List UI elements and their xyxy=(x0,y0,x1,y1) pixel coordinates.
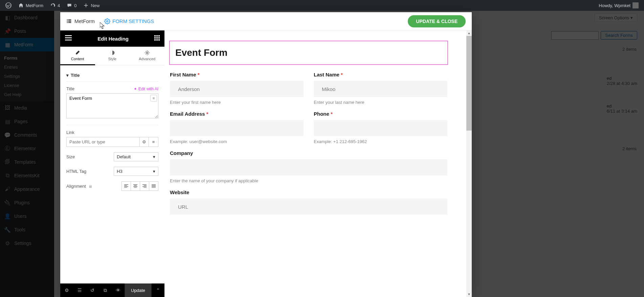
first-name-help: Enter your first name here xyxy=(170,100,304,105)
svg-rect-36 xyxy=(152,186,156,187)
title-field-label: Title xyxy=(66,86,74,91)
widgets-icon[interactable] xyxy=(154,35,160,42)
chevron-down-icon: ▾ xyxy=(153,154,155,159)
email-field: Email Address * Example: user@website.co… xyxy=(170,111,304,144)
tab-content[interactable]: Content xyxy=(60,47,95,65)
svg-rect-23 xyxy=(124,185,127,186)
svg-rect-2 xyxy=(68,19,71,20)
update-button[interactable]: Update xyxy=(125,283,152,297)
update-close-button[interactable]: UPDATE & CLOSE xyxy=(408,15,466,27)
company-input[interactable] xyxy=(170,159,447,176)
section-title[interactable]: ▾ Title xyxy=(66,69,158,82)
avatar xyxy=(632,2,639,8)
howdy-link[interactable]: Howdy, Wpmket xyxy=(596,0,641,11)
svg-rect-30 xyxy=(142,184,147,185)
navigator-icon[interactable]: ☰ xyxy=(73,283,86,297)
htmltag-select[interactable]: H3▾ xyxy=(114,167,158,176)
alignment-field-label: Alignment 🖥 xyxy=(66,184,92,189)
dynamic-icon[interactable]: ≡ xyxy=(149,137,158,147)
editor-panel: Edit Heading Content Style Advanced ▾ Ti… xyxy=(60,30,164,297)
link-field-label: Link xyxy=(66,130,158,135)
site-name-link[interactable]: MetForm xyxy=(16,0,46,11)
howdy-text: Howdy, Wpmket xyxy=(599,3,630,8)
desktop-icon[interactable]: 🖥 xyxy=(88,184,92,188)
svg-rect-15 xyxy=(156,37,158,39)
contrast-icon xyxy=(110,50,115,55)
updates-link[interactable]: 4 xyxy=(47,0,63,11)
scrollbar-track[interactable]: ▲ ▼ xyxy=(466,30,472,297)
website-input[interactable] xyxy=(170,199,447,215)
edit-with-ai-link[interactable]: ✦ Edit with AI xyxy=(134,87,158,91)
panel-content: ▾ Title Title ✦ Edit with AI ≡ Link xyxy=(60,65,164,283)
htmltag-field-label: HTML Tag xyxy=(66,169,86,174)
svg-rect-11 xyxy=(154,35,156,37)
align-right-icon xyxy=(142,184,147,188)
svg-rect-29 xyxy=(134,187,137,188)
svg-point-7 xyxy=(107,20,108,22)
svg-rect-19 xyxy=(158,39,160,41)
svg-rect-17 xyxy=(154,39,156,41)
comments-link[interactable]: 0 xyxy=(64,0,79,11)
svg-rect-18 xyxy=(156,39,158,41)
website-label: Website xyxy=(170,189,447,195)
form-settings-link[interactable]: FORM SETTINGS xyxy=(104,18,154,24)
alignment-group xyxy=(121,181,158,191)
phone-input[interactable] xyxy=(314,120,447,136)
responsive-icon[interactable]: ⧉ xyxy=(99,283,112,297)
tab-style[interactable]: Style xyxy=(95,47,130,65)
svg-rect-8 xyxy=(65,35,72,36)
title-textarea[interactable] xyxy=(66,93,158,118)
form-settings-text: FORM SETTINGS xyxy=(112,18,154,24)
scroll-down-arrow[interactable]: ▼ xyxy=(466,292,472,297)
size-field-label: Size xyxy=(66,154,75,159)
gear-icon xyxy=(145,50,150,55)
align-center-button[interactable] xyxy=(131,181,140,191)
gear-icon xyxy=(104,18,110,24)
svg-rect-16 xyxy=(158,37,160,39)
align-right-button[interactable] xyxy=(140,181,149,191)
align-justify-button[interactable] xyxy=(149,181,158,191)
preview-icon[interactable]: 👁 xyxy=(112,283,125,297)
hamburger-icon[interactable] xyxy=(65,35,72,42)
align-left-button[interactable] xyxy=(121,181,131,191)
dynamic-icon[interactable]: ≡ xyxy=(150,95,157,101)
panel-title: Edit Heading xyxy=(97,36,129,42)
tab-advanced[interactable]: Advanced xyxy=(130,47,164,65)
section-title-text: Title xyxy=(71,73,80,78)
svg-rect-3 xyxy=(67,21,68,21)
svg-rect-37 xyxy=(152,187,156,188)
history-icon[interactable]: ↺ xyxy=(86,283,99,297)
svg-rect-24 xyxy=(124,186,128,187)
first-name-input[interactable] xyxy=(170,81,304,97)
svg-rect-31 xyxy=(144,185,147,186)
panel-header: Edit Heading xyxy=(60,30,164,47)
publish-options-icon[interactable]: ⌃ xyxy=(152,283,164,297)
wp-logo[interactable] xyxy=(3,0,14,11)
svg-point-21 xyxy=(146,52,148,54)
updates-count: 4 xyxy=(58,3,60,8)
link-options-icon[interactable]: ⚙ xyxy=(139,137,149,147)
svg-rect-9 xyxy=(65,38,72,39)
ai-link-text: Edit with AI xyxy=(138,87,158,91)
size-select[interactable]: Default▾ xyxy=(114,152,158,161)
svg-rect-32 xyxy=(142,186,147,187)
email-input[interactable] xyxy=(170,120,304,136)
phone-label: Phone * xyxy=(314,111,447,117)
svg-rect-13 xyxy=(158,35,160,37)
scrollbar-thumb[interactable] xyxy=(466,36,472,131)
last-name-input[interactable] xyxy=(314,81,447,97)
link-input[interactable] xyxy=(66,137,139,147)
modal-header: MetForm FORM SETTINGS UPDATE & CLOSE xyxy=(60,12,472,30)
tab-label: Advanced xyxy=(139,57,155,61)
heading-widget[interactable]: Event Form xyxy=(169,41,448,65)
scroll-up-arrow[interactable]: ▲ xyxy=(466,30,472,36)
phone-field: Phone * Example: +1 212-695-1962 xyxy=(314,111,447,144)
editor-modal: MetForm FORM SETTINGS UPDATE & CLOSE Edi… xyxy=(60,12,472,297)
svg-rect-12 xyxy=(156,35,158,37)
settings-icon[interactable]: ⚙ xyxy=(60,283,73,297)
svg-rect-1 xyxy=(67,19,68,20)
svg-rect-27 xyxy=(134,185,137,186)
new-link[interactable]: New xyxy=(81,0,102,11)
svg-rect-26 xyxy=(133,184,137,185)
svg-rect-4 xyxy=(68,21,71,21)
